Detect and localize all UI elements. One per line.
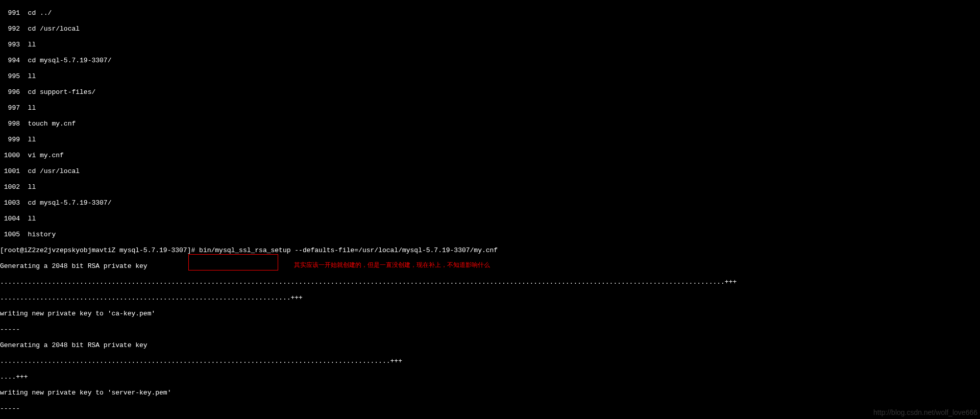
history-line: 1001 cd /usr/local	[0, 167, 980, 176]
output-line: -----	[0, 326, 980, 334]
history-line: 999 ll	[0, 136, 980, 144]
history-line: 992 cd /usr/local	[0, 25, 980, 33]
history-line: 993 ll	[0, 41, 980, 49]
history-line: 997 ll	[0, 104, 980, 112]
output-line: ....+++	[0, 373, 980, 381]
history-line: 991 cd ../	[0, 9, 980, 17]
annotation-text: 其实应该一开始就创建的，但是一直没创建，现在补上，不知道影响什么	[294, 261, 490, 269]
history-line: 1004 ll	[0, 215, 980, 223]
command-line: [root@iZ2ze2jvzepskyobjmavtiZ mysql-5.7.…	[0, 247, 980, 255]
output-line: writing new private key to 'ca-key.pem'	[0, 310, 980, 318]
output-line: ........................................…	[0, 278, 980, 286]
command-text: bin/mysql_ssl_rsa_setup --defaults-file=…	[199, 247, 498, 254]
history-line: 995 ll	[0, 72, 980, 81]
history-line: 1000 vi my.cnf	[0, 152, 980, 160]
history-line: 994 cd mysql-5.7.19-3307/	[0, 57, 980, 65]
history-line: 998 touch my.cnf	[0, 120, 980, 128]
history-line: 1002 ll	[0, 183, 980, 191]
output-line: writing new private key to 'server-key.p…	[0, 389, 980, 397]
output-line: ........................................…	[0, 294, 980, 302]
history-line: 1005 history	[0, 231, 980, 239]
output-line: Generating a 2048 bit RSA private key	[0, 262, 980, 270]
output-line: Generating a 2048 bit RSA private key	[0, 341, 980, 350]
history-line: 996 cd support-files/	[0, 88, 980, 96]
shell-prompt: [root@iZ2ze2jvzepskyobjmavtiZ mysql-5.7.…	[0, 247, 199, 254]
output-line: -----	[0, 405, 980, 413]
history-line: 1003 cd mysql-5.7.19-3307/	[0, 199, 980, 207]
output-line: ........................................…	[0, 357, 980, 365]
terminal-output[interactable]: 991 cd ../ 992 cd /usr/local 993 ll 994 …	[0, 0, 980, 419]
watermark-text: http://blog.csdn.net/wolf_love666	[873, 409, 977, 417]
